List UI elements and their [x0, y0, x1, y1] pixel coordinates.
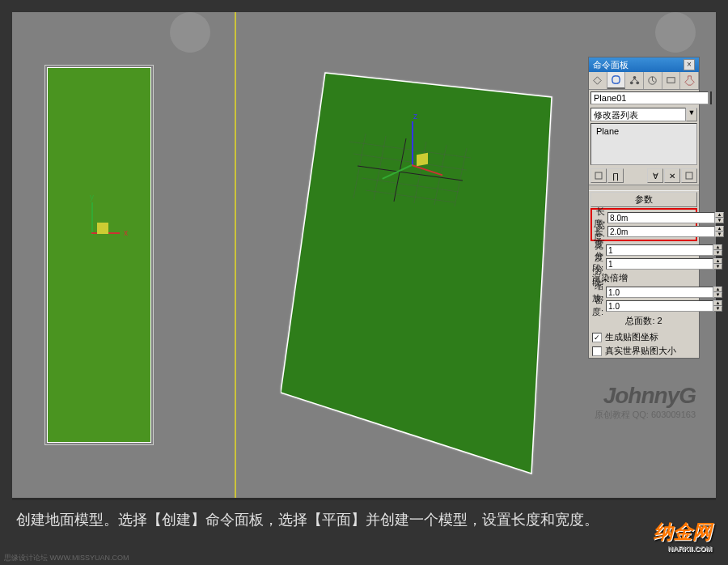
width-segs-input[interactable] [606, 258, 713, 270]
svg-rect-21 [595, 172, 602, 179]
svg-line-5 [366, 190, 455, 202]
panel-title-text: 命令面板 [593, 59, 629, 71]
modifier-stack[interactable]: Plane [590, 123, 697, 165]
scale-input[interactable] [606, 287, 713, 298]
transform-gizmo-persp[interactable] [394, 134, 442, 190]
display-tab[interactable] [662, 72, 681, 89]
utilities-tab[interactable] [680, 72, 699, 89]
spinner-down-icon[interactable]: ▼ [715, 218, 724, 223]
gen-coords-label: 生成贴图坐标 [605, 331, 658, 343]
density-input[interactable] [606, 300, 713, 312]
spinner-up-icon[interactable]: ▲ [715, 212, 724, 218]
show-end-result-button[interactable]: ∏ [607, 168, 624, 183]
spinner-up-icon[interactable]: ▲ [713, 287, 722, 292]
viewport-area: 命令面板 × 修改器列表 ▼ [12, 12, 716, 498]
svg-point-14 [633, 76, 636, 79]
modifier-list-dropdown[interactable]: 修改器列表 [590, 108, 686, 121]
svg-rect-22 [686, 172, 692, 179]
panel-titlebar[interactable]: 命令面板 × [589, 57, 699, 72]
stack-item-plane[interactable]: Plane [593, 125, 695, 137]
spinner-up-icon[interactable]: ▲ [715, 226, 724, 232]
object-color-swatch[interactable] [710, 91, 712, 104]
remove-modifier-button[interactable]: ✕ [664, 168, 680, 183]
svg-line-11 [455, 148, 467, 206]
z-axis-icon [412, 121, 413, 166]
xy-plane-handle[interactable] [97, 223, 108, 234]
footer-text: 思缘设计论坛 WWW.MISSYUAN.COM [4, 553, 129, 563]
gen-coords-checkbox[interactable]: ✓ [592, 333, 602, 342]
viewport-top[interactable] [28, 53, 222, 506]
render-mult-label: 渲染倍增 [592, 271, 696, 285]
author-watermark: JohnnyG 原创教程 QQ: 603009163 [595, 383, 696, 421]
site-watermark: 纳金网 NARKII.COM [654, 519, 712, 553]
spinner-down-icon[interactable]: ▼ [713, 292, 722, 298]
svg-line-17 [631, 79, 634, 82]
configure-sets-button[interactable] [681, 168, 697, 183]
caption-text: 创建地面模型。选择【创建】命令面板，选择【平面】并创建一个模型，设置长度和宽度。 [16, 512, 599, 528]
panel-tabs [589, 72, 699, 90]
xy-plane-handle[interactable] [417, 153, 428, 166]
svg-rect-20 [667, 78, 675, 83]
spinner-down-icon[interactable]: ▼ [713, 306, 722, 312]
density-label: 密度: [592, 294, 606, 318]
spinner-up-icon[interactable]: ▲ [713, 244, 722, 250]
y-axis-icon [91, 202, 93, 235]
spinner-up-icon[interactable]: ▲ [713, 300, 722, 306]
spinner-down-icon[interactable]: ▼ [713, 264, 722, 270]
svg-point-16 [636, 81, 639, 84]
spinner-down-icon[interactable]: ▼ [715, 232, 724, 237]
real-world-label: 真实世界贴图大小 [605, 345, 676, 357]
pin-stack-button[interactable] [590, 168, 607, 183]
modify-tab[interactable] [607, 72, 626, 89]
create-tab[interactable] [589, 72, 607, 89]
svg-point-15 [630, 81, 633, 84]
hierarchy-tab[interactable] [625, 72, 644, 89]
spinner-up-icon[interactable]: ▲ [713, 258, 722, 264]
svg-line-18 [634, 79, 637, 82]
real-world-checkbox[interactable] [592, 346, 602, 356]
transform-gizmo-top[interactable] [77, 215, 117, 255]
make-unique-button[interactable]: ∀ [647, 168, 663, 183]
width-input[interactable] [607, 226, 715, 237]
spinner-down-icon[interactable]: ▼ [713, 250, 722, 256]
length-segs-input[interactable] [606, 244, 713, 256]
object-name-input[interactable] [590, 91, 709, 104]
command-panel: 命令面板 × 修改器列表 ▼ [588, 57, 700, 359]
highlighted-params: 长度: ▲▼ 宽度: ▲▼ [590, 208, 697, 241]
dropdown-icon[interactable]: ▼ [686, 108, 697, 121]
plane-object-persp[interactable] [281, 69, 588, 491]
plane-object-top[interactable] [47, 67, 151, 443]
total-faces-label: 总面数: 2 [592, 313, 696, 329]
close-icon[interactable]: × [684, 59, 695, 70]
length-input[interactable] [607, 212, 715, 223]
motion-tab[interactable] [644, 72, 662, 89]
